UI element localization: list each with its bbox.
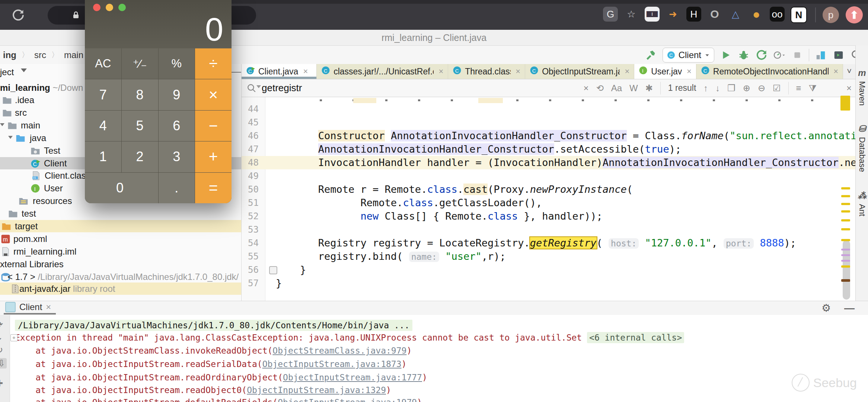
- calc-key-⁺∕₋[interactable]: ⁺∕₋: [122, 48, 158, 79]
- editor-tab-4[interactable]: CObjectInputStream.java×: [525, 64, 634, 79]
- close-icon[interactable]: ×: [438, 67, 443, 76]
- profile-avatar[interactable]: p: [823, 7, 839, 23]
- database-tool-button[interactable]: ⛁Database: [856, 124, 868, 172]
- calc-key-%[interactable]: %: [159, 48, 195, 79]
- console-tab[interactable]: Client ×: [5, 302, 51, 312]
- console-settings-icon[interactable]: ✚: [0, 378, 3, 389]
- calc-key-×[interactable]: ×: [195, 79, 232, 110]
- build-hammer-icon[interactable]: [645, 49, 657, 61]
- calc-key-8[interactable]: 8: [122, 79, 158, 110]
- scroll-to-end-icon[interactable]: ⇩: [0, 358, 7, 368]
- editor-tab-3[interactable]: CThread.class×: [448, 64, 525, 79]
- profiler-button[interactable]: [773, 49, 786, 61]
- notion-icon[interactable]: N: [791, 7, 807, 23]
- close-icon[interactable]: ×: [625, 67, 629, 76]
- new-line-icon[interactable]: ⟲: [596, 83, 604, 93]
- calc-key-÷[interactable]: ÷: [195, 48, 232, 79]
- clear-search-icon[interactable]: ×: [584, 83, 589, 93]
- calc-key-5[interactable]: 5: [122, 111, 158, 141]
- translate-icon[interactable]: G: [603, 7, 618, 22]
- tree-item-rmi-learning-iml[interactable]: rmi_learning.iml: [0, 245, 241, 258]
- terminal-run-icon[interactable]: [832, 49, 845, 61]
- coverage-button[interactable]: [755, 49, 768, 61]
- tree-item--1-7-[interactable]: < 1.7 > /Library/Java/JavaVirtualMachine…: [0, 271, 241, 283]
- cookie-icon[interactable]: ●: [749, 7, 764, 22]
- calc-key-.[interactable]: .: [159, 173, 195, 203]
- fold-marker-icon[interactable]: +: [10, 334, 17, 341]
- breadcrumb-item[interactable]: ing: [3, 50, 16, 60]
- calc-key-+[interactable]: +: [195, 141, 232, 172]
- tree-item-ant-javafx-jar[interactable]: ant-javafx.jar library root: [0, 283, 241, 295]
- settings-gear-icon[interactable]: ⚙: [821, 302, 831, 314]
- tree-item-pom-xml[interactable]: mpom.xml: [0, 233, 241, 245]
- calc-key-=[interactable]: =: [195, 173, 232, 203]
- close-traffic-light[interactable]: [93, 4, 100, 11]
- stop-icon[interactable]: ⌄: [0, 332, 3, 342]
- add-occurrence-icon[interactable]: ⊕: [743, 83, 750, 93]
- close-icon[interactable]: ×: [46, 302, 51, 312]
- close-icon[interactable]: ×: [687, 67, 692, 76]
- words-icon[interactable]: W: [629, 83, 638, 93]
- calc-key-6[interactable]: 6: [159, 111, 195, 141]
- restore-icon[interactable]: ↻: [0, 345, 3, 355]
- goggles-icon[interactable]: oo: [770, 7, 785, 22]
- editor-tab-1[interactable]: CClient.java×: [242, 64, 317, 79]
- proxy-mask-icon[interactable]: 🀰: [645, 7, 660, 22]
- filter-icon[interactable]: ⧩: [809, 83, 817, 93]
- zoom-traffic-light[interactable]: [118, 4, 126, 11]
- tree-item-target[interactable]: target: [0, 220, 241, 232]
- close-icon[interactable]: ×: [833, 67, 838, 76]
- search-input[interactable]: getregistr: [262, 82, 302, 94]
- breadcrumb-item[interactable]: src: [34, 50, 46, 60]
- minimize-icon[interactable]: —: [844, 302, 855, 314]
- search-dropdown-icon[interactable]: [256, 85, 261, 88]
- previous-occurrence-icon[interactable]: ↑: [703, 83, 708, 93]
- select-all-occurrences-icon[interactable]: ☑: [773, 83, 781, 93]
- calc-key-0[interactable]: 0: [85, 173, 158, 203]
- tree-item-test[interactable]: test: [0, 207, 241, 220]
- minimize-traffic-light[interactable]: [106, 4, 113, 11]
- calc-key-4[interactable]: 4: [85, 111, 121, 141]
- calc-key-9[interactable]: 9: [159, 79, 195, 110]
- tab-list-chevron-icon[interactable]: ˅: [843, 64, 855, 79]
- calc-key-3[interactable]: 3: [159, 141, 195, 172]
- debug-button[interactable]: [737, 49, 750, 61]
- editor-tab-6[interactable]: CRemoteObjectInvocationHandler.java×: [696, 64, 843, 79]
- h-app-icon[interactable]: H: [686, 7, 701, 22]
- run-button[interactable]: [719, 49, 732, 61]
- rerun-icon[interactable]: ⟳: [0, 319, 3, 330]
- ant-tool-button[interactable]: ⁂Ant: [856, 191, 868, 216]
- calc-key-AC[interactable]: AC: [85, 48, 121, 79]
- close-find-icon[interactable]: ×: [846, 83, 852, 93]
- editor-tab-5[interactable]: IUser.java×: [634, 64, 696, 79]
- code-area[interactable]: 444546 Constructor AnnotationInvocationH…: [242, 97, 855, 301]
- regex-icon[interactable]: ✱: [645, 83, 653, 93]
- calc-key-7[interactable]: 7: [85, 79, 121, 110]
- tree-item-xternal-libraries[interactable]: xternal Libraries: [0, 258, 241, 270]
- update-button[interactable]: ⬆: [846, 6, 863, 23]
- reload-icon[interactable]: [11, 8, 25, 22]
- calc-key-1[interactable]: 1: [85, 141, 121, 172]
- search-options-icon[interactable]: ≡: [796, 83, 801, 93]
- next-occurrence-icon[interactable]: ↓: [715, 83, 720, 93]
- project-structure-icon[interactable]: [814, 49, 827, 61]
- ring-icon[interactable]: O: [707, 7, 722, 22]
- maven-tool-button[interactable]: mMaven: [856, 68, 868, 106]
- expanded-arrow-icon[interactable]: [8, 136, 13, 139]
- editor-tab-2[interactable]: Cclasses.jar!/.../UnicastRef.class×: [317, 64, 448, 79]
- run-configuration-select[interactable]: CClient: [663, 48, 714, 63]
- calculator-window[interactable]: 0 AC⁺∕₋%÷789×456−123+0.=: [85, 0, 232, 203]
- calc-key-2[interactable]: 2: [122, 141, 158, 172]
- redirect-arrow-icon[interactable]: ➜: [666, 7, 680, 22]
- expanded-arrow-icon[interactable]: [0, 123, 4, 126]
- match-case-icon[interactable]: Aa: [611, 83, 622, 93]
- open-in-find-window-icon[interactable]: ❐: [727, 83, 735, 93]
- graph-network-icon[interactable]: △: [728, 7, 743, 22]
- bookmark-star-icon[interactable]: ☆: [624, 7, 639, 22]
- breadcrumb-item[interactable]: main: [64, 50, 83, 60]
- close-icon[interactable]: ×: [516, 67, 520, 76]
- calc-key-−[interactable]: −: [195, 111, 232, 141]
- remove-occurrence-icon[interactable]: ⊖: [758, 83, 765, 93]
- console-output[interactable]: ⟳ ⌄ ↻ ⇩ ✚ Seebug /Library/Java/JavaVirtu…: [0, 315, 868, 402]
- hide-panel-icon[interactable]: —: [231, 66, 241, 77]
